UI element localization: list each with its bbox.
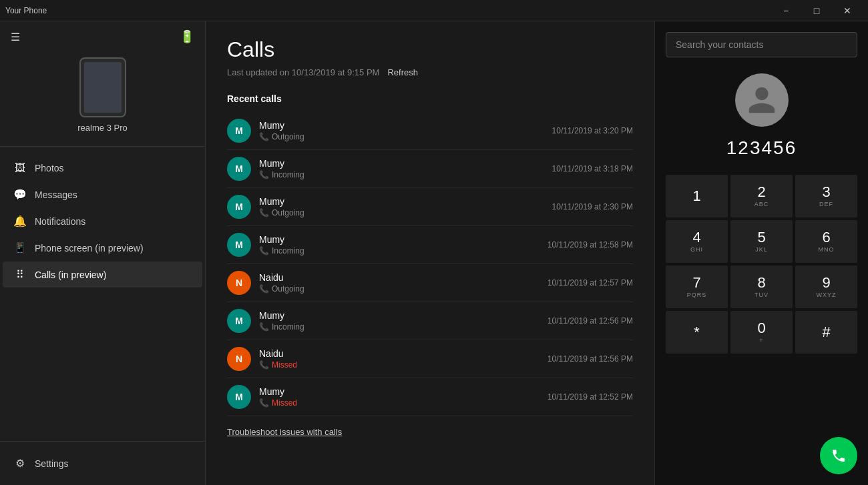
call-item[interactable]: MMumy📞 Incoming10/11/2019 at 12:58 PM	[227, 226, 633, 264]
dial-digit: 1	[692, 189, 700, 203]
call-info: Mumy📞 Outgoing	[259, 196, 552, 217]
call-name: Mumy	[259, 386, 548, 397]
call-item[interactable]: MMumy📞 Outgoing10/11/2019 at 3:20 PM	[227, 112, 633, 150]
dial-letters: PQRS	[687, 292, 707, 298]
sidebar-nav: 🖼 Photos 💬 Messages 🔔 Notifications 📱 Ph…	[0, 149, 205, 441]
dial-btn-6[interactable]: 6MNO	[795, 220, 857, 263]
dial-btn-8[interactable]: 8TUV	[730, 266, 793, 308]
dial-letters: +	[759, 337, 763, 344]
dial-letters: DEF	[819, 201, 833, 207]
call-avatar: M	[227, 385, 251, 409]
call-name: Naidu	[259, 348, 548, 359]
dial-btn-0[interactable]: 0+	[730, 311, 793, 354]
call-info: Mumy📞 Outgoing	[259, 120, 552, 141]
call-direction-icon: 📞	[259, 322, 269, 332]
call-direction: 📞 Incoming	[259, 170, 552, 179]
call-info: Naidu📞 Outgoing	[259, 272, 548, 294]
sidebar-bottom: ⚙ Settings	[0, 441, 205, 485]
call-info: Mumy📞 Incoming	[259, 310, 548, 332]
close-button[interactable]: ✕	[832, 0, 863, 21]
call-info: Mumy📞 Missed	[259, 386, 548, 408]
sidebar-item-photos-label: Photos	[35, 163, 64, 173]
battery-icon: 🔋	[180, 29, 194, 44]
calls-icon: ⠿	[13, 268, 27, 281]
dial-letters: WXYZ	[817, 292, 837, 298]
right-panel: 123456 12ABC3DEF4GHI5JKL6MNO7PQRS8TUV9WX…	[654, 21, 868, 485]
troubleshoot-link[interactable]: Troubleshoot issues with calls	[227, 427, 633, 437]
sidebar-divider	[0, 146, 205, 147]
call-direction: 📞 Outgoing	[259, 208, 552, 217]
minimize-button[interactable]: −	[771, 0, 801, 21]
dial-digit: *	[694, 325, 700, 340]
titlebar: Your Phone − □ ✕	[0, 0, 868, 21]
dial-digit: 4	[692, 230, 700, 245]
call-time: 10/11/2019 at 12:58 PM	[548, 240, 633, 250]
call-time: 10/11/2019 at 3:18 PM	[552, 164, 633, 173]
dial-btn-3[interactable]: 3DEF	[795, 175, 857, 217]
call-direction-icon: 📞	[259, 170, 269, 179]
maximize-button[interactable]: □	[801, 0, 832, 21]
call-name: Mumy	[259, 120, 552, 131]
dial-letters: MNO	[819, 246, 835, 253]
call-item[interactable]: NNaidu📞 Outgoing10/11/2019 at 12:57 PM	[227, 264, 633, 302]
call-direction-icon: 📞	[259, 284, 269, 294]
sidebar-item-phone-screen[interactable]: 📱 Phone screen (in preview)	[3, 235, 202, 261]
call-direction: 📞 Incoming	[259, 322, 548, 332]
phone-screen-icon: 📱	[13, 241, 27, 254]
sidebar-item-messages[interactable]: 💬 Messages	[3, 181, 202, 207]
dial-digit: 2	[757, 185, 765, 199]
sidebar-item-notifications[interactable]: 🔔 Notifications	[3, 208, 202, 234]
call-avatar: M	[227, 195, 251, 219]
dial-btn-5[interactable]: 5JKL	[730, 220, 793, 263]
sidebar-item-settings[interactable]: ⚙ Settings	[3, 450, 202, 476]
search-contacts-input[interactable]	[666, 32, 857, 57]
dial-btn-#[interactable]: #	[795, 311, 857, 354]
phone-screen-preview	[84, 62, 122, 113]
photos-icon: 🖼	[13, 162, 27, 174]
call-info: Naidu📞 Missed	[259, 348, 548, 370]
dial-digit: 8	[757, 276, 765, 290]
dial-btn-1[interactable]: 1	[666, 175, 728, 217]
dial-btn-*[interactable]: *	[666, 311, 728, 354]
last-updated: Last updated on 10/13/2019 at 9:15 PM	[227, 67, 379, 77]
app-title: Your Phone	[5, 6, 771, 15]
call-item[interactable]: MMumy📞 Missed10/11/2019 at 12:52 PM	[227, 378, 633, 416]
call-time: 10/11/2019 at 12:56 PM	[548, 316, 633, 326]
call-info: Mumy📞 Incoming	[259, 158, 552, 179]
call-avatar: N	[227, 347, 251, 371]
call-name: Mumy	[259, 196, 552, 207]
call-button[interactable]	[820, 437, 857, 474]
dial-letters: GHI	[690, 246, 703, 253]
call-item[interactable]: MMumy📞 Incoming10/11/2019 at 3:18 PM	[227, 150, 633, 188]
call-direction: 📞 Outgoing	[259, 132, 552, 141]
recent-calls-title: Recent calls	[227, 93, 633, 104]
sidebar-item-calls[interactable]: ⠿ Calls (in preview)	[3, 262, 202, 288]
call-list: MMumy📞 Outgoing10/11/2019 at 3:20 PMMMum…	[227, 112, 633, 416]
sidebar-item-photos[interactable]: 🖼 Photos	[3, 155, 202, 181]
call-direction: 📞 Incoming	[259, 246, 548, 256]
dial-digit: 0	[757, 321, 765, 336]
call-direction: 📞 Missed	[259, 360, 548, 370]
call-info: Mumy📞 Incoming	[259, 234, 548, 256]
call-time: 10/11/2019 at 12:57 PM	[548, 278, 633, 288]
refresh-button[interactable]: Refresh	[387, 67, 418, 77]
call-direction-icon: 📞	[259, 132, 269, 141]
person-icon	[746, 84, 778, 116]
dial-digit: 5	[757, 230, 765, 245]
call-item[interactable]: NNaidu📞 Missed10/11/2019 at 12:56 PM	[227, 340, 633, 378]
dial-btn-4[interactable]: 4GHI	[666, 220, 728, 263]
dial-btn-9[interactable]: 9WXYZ	[795, 266, 857, 308]
call-item[interactable]: MMumy📞 Outgoing10/11/2019 at 2:30 PM	[227, 188, 633, 226]
sidebar-header: ☰ 🔋	[0, 21, 205, 52]
dial-btn-7[interactable]: 7PQRS	[666, 266, 728, 308]
dial-digit: 9	[822, 276, 830, 290]
settings-icon: ⚙	[13, 457, 27, 470]
dialpad: 12ABC3DEF4GHI5JKL6MNO7PQRS8TUV9WXYZ*0+#	[666, 175, 857, 354]
dial-letters: ABC	[754, 201, 769, 207]
dial-digit: #	[822, 325, 830, 340]
messages-icon: 💬	[13, 188, 27, 201]
call-name: Mumy	[259, 310, 548, 321]
dial-btn-2[interactable]: 2ABC	[730, 175, 793, 217]
call-item[interactable]: MMumy📞 Incoming10/11/2019 at 12:56 PM	[227, 302, 633, 340]
menu-icon[interactable]: ☰	[11, 31, 20, 43]
